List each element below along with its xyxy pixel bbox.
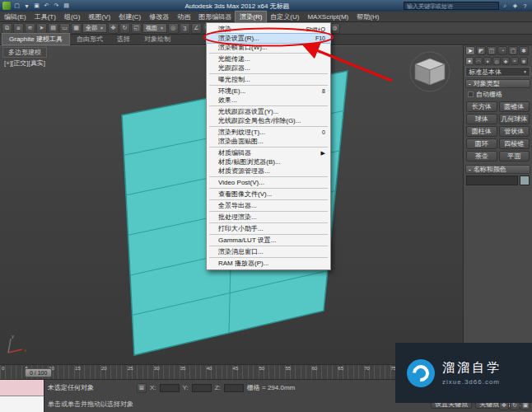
render-menu-item[interactable]: 批处理渲染... <box>207 213 330 222</box>
motion-tab-icon[interactable]: ◔ <box>497 46 507 55</box>
primitive-button[interactable]: 四棱锥 <box>499 138 530 149</box>
render-menu-item[interactable]: RAM 播放器(P)... <box>207 259 330 268</box>
window-crossing-icon[interactable]: ▦ <box>71 23 82 34</box>
select-and-move-icon[interactable]: ✥ <box>108 23 119 34</box>
render-menu-item[interactable]: 渲染帧窗口(W)... <box>207 43 330 52</box>
select-and-scale-icon[interactable]: ◱ <box>131 23 142 34</box>
render-menu-item[interactable]: 环境(E)...8 <box>207 87 330 96</box>
menubar-item[interactable]: 工具(T) <box>30 12 60 22</box>
select-and-link-icon[interactable]: ⧉ <box>2 23 12 34</box>
render-menu-item[interactable]: 光线跟踪全局包含/排除(G)... <box>207 116 330 125</box>
primitive-category-dropdown[interactable]: 标准基本体 ▼ <box>465 67 530 77</box>
render-menu-item[interactable]: Gamma/LUT 设置... <box>207 236 330 245</box>
app-logo-icon[interactable] <box>2 2 11 10</box>
modify-tab-icon[interactable]: ◩ <box>476 46 486 55</box>
space-warps-icon[interactable]: ≈ <box>511 57 519 65</box>
menubar-item[interactable]: 图形编辑器 <box>194 12 236 22</box>
infocenter-search-input[interactable] <box>404 2 499 10</box>
geometry-icon[interactable]: ● <box>465 57 474 65</box>
primitive-button[interactable]: 平面 <box>499 151 530 162</box>
communication-center-icon[interactable]: ◈ <box>511 2 520 11</box>
render-menu-item[interactable]: 材质/贴图浏览器(B)... <box>207 157 330 166</box>
rectangular-selection-region-icon[interactable]: ▭ <box>59 23 70 34</box>
time-slider-handle[interactable]: 0 / 100 <box>25 368 52 377</box>
bind-to-space-warp-icon[interactable]: ≋ <box>25 23 35 34</box>
primitive-button[interactable]: 茶壶 <box>466 151 497 162</box>
name-color-rollout-header[interactable]: - 名称和颜色 <box>465 165 530 174</box>
save-file-icon[interactable]: ▣ <box>32 2 41 11</box>
snap-toggle-icon[interactable]: 3 <box>180 23 190 34</box>
ribbon-tab[interactable]: 对象绘制 <box>138 34 177 44</box>
menubar-item[interactable]: MAXScript(M) <box>303 12 352 21</box>
selection-lock-icon[interactable]: ⊠ <box>137 383 147 393</box>
render-menu-item[interactable]: 光跟踪器... <box>207 63 330 73</box>
create-tab-icon[interactable]: ➤ <box>465 46 475 55</box>
viewport-label[interactable]: [+][正交][真实] <box>4 59 45 68</box>
render-menu-item[interactable]: 全景导出器... <box>207 201 330 210</box>
select-by-name-icon[interactable]: ▤ <box>48 23 58 34</box>
render-menu-item[interactable]: 渲染Shift+Q <box>207 25 330 34</box>
project-folder-icon[interactable]: ▤ <box>62 2 71 11</box>
menubar-item[interactable]: 创建(C) <box>114 12 145 22</box>
reference-coordinate-dropdown[interactable]: 视图 ▼ <box>142 23 167 33</box>
select-object-icon[interactable]: ➤ <box>36 23 47 34</box>
selection-filter-dropdown[interactable]: 全部 ▼ <box>82 23 107 33</box>
ribbon-tab[interactable]: 自由形式 <box>70 34 110 44</box>
polygon-modeling-panel-tab[interactable]: 多边形建模 <box>2 47 47 58</box>
use-center-icon[interactable]: ◎ <box>168 23 179 34</box>
helpers-icon[interactable]: ✚ <box>502 57 510 65</box>
object-color-swatch[interactable] <box>520 176 530 185</box>
render-menu-item[interactable]: 材质编辑器▶ <box>207 148 330 157</box>
primitive-button[interactable]: 圆环 <box>466 138 497 149</box>
render-menu-item[interactable]: 曝光控制... <box>207 75 330 84</box>
new-scene-icon[interactable]: ▢ <box>12 2 21 11</box>
primitive-button[interactable]: 几何球体 <box>499 114 530 124</box>
primitive-button[interactable]: 长方体 <box>466 101 497 112</box>
render-menu-item[interactable]: 光线跟踪器设置(Y)... <box>207 107 330 116</box>
menubar-item[interactable]: 帮助(H) <box>352 12 383 22</box>
render-menu-item[interactable]: 材质资源管理器... <box>207 166 330 176</box>
z-coordinate-field[interactable] <box>224 384 244 392</box>
menubar-item[interactable]: 编辑(E) <box>0 12 30 22</box>
menubar-item[interactable]: 组(G) <box>60 12 85 22</box>
menubar-item[interactable]: 视图(V) <box>84 12 114 22</box>
render-menu-item[interactable]: 渲染消息窗口... <box>207 247 330 256</box>
hierarchy-tab-icon[interactable]: ◫ <box>487 46 497 55</box>
redo-icon[interactable]: ↷ <box>52 2 61 11</box>
undo-icon[interactable]: ↶ <box>42 2 51 11</box>
primitive-button[interactable]: 管状体 <box>499 126 530 137</box>
primitive-button[interactable]: 圆柱体 <box>466 126 497 137</box>
utilities-tab-icon[interactable]: ✱ <box>519 46 529 55</box>
select-and-rotate-icon[interactable]: ↻ <box>119 23 130 34</box>
menubar-item[interactable]: 动画 <box>173 12 194 22</box>
render-menu-item[interactable]: 渲染设置(R)...F10 <box>207 34 330 43</box>
menubar-item[interactable]: 渲染(R) <box>236 12 266 22</box>
ribbon-tab[interactable]: Graphite 建模工具 <box>2 34 69 44</box>
x-coordinate-field[interactable] <box>160 384 180 392</box>
menubar-item[interactable]: 自定义(U) <box>266 12 303 22</box>
macro-recorder-field[interactable] <box>0 380 44 396</box>
render-menu-item[interactable]: 打印大小助手... <box>207 224 330 233</box>
systems-icon[interactable]: ❋ <box>520 57 528 65</box>
render-menu-item[interactable]: 渲染到纹理(T)...0 <box>207 128 330 137</box>
search-icon[interactable]: ⌕ <box>501 2 510 11</box>
angle-snap-icon[interactable]: ∠ <box>191 23 202 34</box>
render-menu-item[interactable]: Video Post(V)... <box>207 178 330 187</box>
autogrid-checkbox[interactable] <box>468 91 474 97</box>
render-menu-item[interactable]: 光能传递... <box>207 54 330 63</box>
primitive-button[interactable]: 球体 <box>466 114 497 124</box>
cameras-icon[interactable]: ◎ <box>492 57 501 65</box>
ribbon-tab[interactable]: 选择 <box>110 34 137 44</box>
object-name-input[interactable] <box>466 176 518 185</box>
open-file-icon[interactable]: ▼ <box>22 2 31 11</box>
listener-field[interactable] <box>0 396 44 412</box>
lights-icon[interactable]: ✦ <box>483 57 492 65</box>
object-type-rollout-header[interactable]: - 对象类型 <box>465 79 530 88</box>
menubar-item[interactable]: 修改器 <box>145 12 173 22</box>
primitive-button[interactable]: 圆锥体 <box>499 101 530 112</box>
render-menu-item[interactable]: 查看图像文件(V)... <box>207 190 330 199</box>
viewcube[interactable] <box>410 52 450 91</box>
shapes-icon[interactable]: ◠ <box>474 57 483 65</box>
render-menu-item[interactable]: 效果... <box>207 96 330 105</box>
unlink-selection-icon[interactable]: ⧈ <box>13 23 24 34</box>
